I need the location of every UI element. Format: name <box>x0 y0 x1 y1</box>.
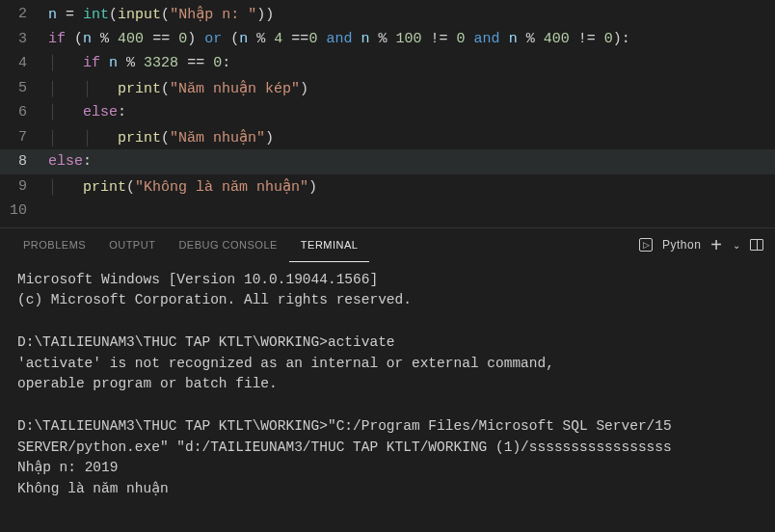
terminal-line: operable program or batch file. <box>17 374 758 395</box>
line-number: 7 <box>0 129 48 146</box>
tab-problems[interactable]: PROBLEMS <box>12 228 97 262</box>
tab-debug-console[interactable]: DEBUG CONSOLE <box>167 228 288 262</box>
terminal-line: SERVER/python.exe" "d:/TAILIEUNAM3/THUC … <box>17 438 758 459</box>
terminal-line: 'activate' is not recognized as an inter… <box>17 354 758 375</box>
code-content[interactable]: │ if n % 3328 == 0: <box>48 55 230 71</box>
terminal-dropdown-icon[interactable]: ⌄ <box>733 240 741 251</box>
terminal-line: (c) Microsoft Corporation. All rights re… <box>17 290 758 311</box>
line-number: 2 <box>0 6 48 22</box>
code-line[interactable]: 4│ if n % 3328 == 0: <box>0 51 775 76</box>
line-number: 3 <box>0 31 48 47</box>
terminal-controls: Python + ⌄ <box>639 234 763 256</box>
code-line[interactable]: 6│ else: <box>0 100 775 125</box>
terminal-line <box>17 311 758 332</box>
line-number: 5 <box>0 80 48 96</box>
tab-output[interactable]: OUTPUT <box>97 228 167 262</box>
terminal-line: Microsoft Windows [Version 10.0.19044.15… <box>17 270 758 291</box>
split-terminal-icon[interactable] <box>750 239 763 251</box>
terminal-line: Không là năm nhuận <box>17 479 758 500</box>
code-line[interactable]: 8else: <box>0 149 775 174</box>
code-line[interactable]: 3if (n % 400 == 0) or (n % 4 ==0 and n %… <box>0 27 775 52</box>
code-line[interactable]: 9│ print("Không là năm nhuận") <box>0 174 775 200</box>
code-content[interactable]: │ else: <box>48 104 126 120</box>
panel-tab-bar: PROBLEMS OUTPUT DEBUG CONSOLE TERMINAL P… <box>0 228 775 262</box>
code-content[interactable]: n = int(input("Nhập n: ")) <box>48 5 274 23</box>
code-line[interactable]: 7│ │ print("Năm nhuận") <box>0 125 775 150</box>
code-line[interactable]: 2n = int(input("Nhập n: ")) <box>0 2 775 27</box>
shell-name[interactable]: Python <box>662 238 701 252</box>
line-number: 10 <box>0 202 48 219</box>
code-content[interactable]: if (n % 400 == 0) or (n % 4 ==0 and n % … <box>48 31 630 47</box>
line-number: 9 <box>0 178 48 195</box>
terminal-line: D:\TAILIEUNAM3\THUC TAP KTLT\WORKING>act… <box>17 332 758 354</box>
terminal-output[interactable]: Microsoft Windows [Version 10.0.19044.15… <box>0 262 775 533</box>
code-content[interactable]: │ │ print("Năm nhuận") <box>48 128 274 146</box>
code-content[interactable]: │ print("Không là năm nhuận") <box>48 177 317 196</box>
terminal-line: Nhập n: 2019 <box>17 458 758 479</box>
code-content[interactable]: │ │ print("Năm nhuận kép") <box>48 79 308 97</box>
code-editor[interactable]: 2n = int(input("Nhập n: "))3if (n % 400 … <box>0 0 775 224</box>
terminal-line: D:\TAILIEUNAM3\THUC TAP KTLT\WORKING>"C:… <box>17 416 758 438</box>
code-line[interactable]: 10 <box>0 199 775 224</box>
line-number: 8 <box>0 153 48 170</box>
code-content[interactable]: else: <box>48 153 92 170</box>
new-terminal-icon[interactable]: + <box>710 234 722 256</box>
code-line[interactable]: 5│ │ print("Năm nhuận kép") <box>0 76 775 101</box>
line-number: 4 <box>0 55 48 71</box>
line-number: 6 <box>0 104 48 120</box>
tab-terminal[interactable]: TERMINAL <box>289 228 370 262</box>
terminal-line <box>17 395 758 416</box>
launch-profile-icon[interactable] <box>639 238 653 252</box>
